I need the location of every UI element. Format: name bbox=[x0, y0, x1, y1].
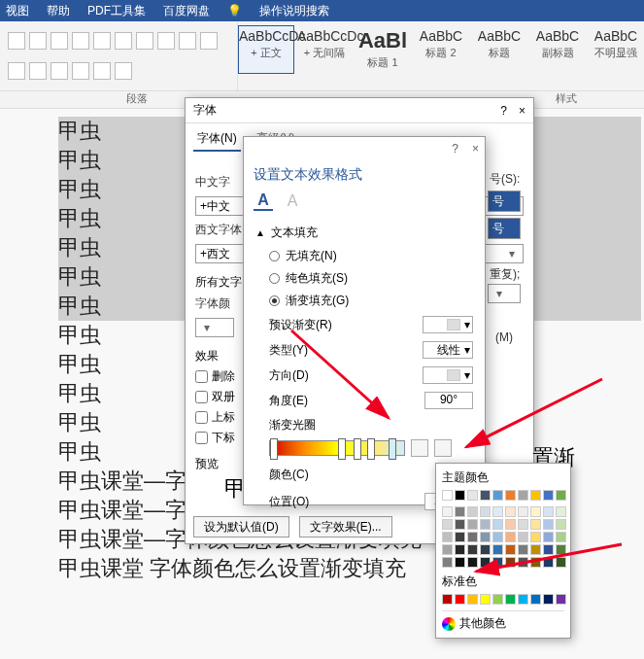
style-item[interactable]: AaBl标题 1 bbox=[355, 25, 411, 74]
color-swatch[interactable] bbox=[492, 532, 503, 542]
color-swatch[interactable] bbox=[518, 519, 528, 530]
close-icon[interactable]: × bbox=[472, 142, 479, 156]
color-swatch[interactable] bbox=[455, 544, 465, 555]
ribbon-icon[interactable] bbox=[51, 32, 68, 50]
more-colors-row[interactable]: 其他颜色 bbox=[442, 610, 564, 632]
ribbon-icon[interactable] bbox=[115, 32, 132, 50]
color-swatch[interactable] bbox=[492, 506, 503, 517]
color-swatch[interactable] bbox=[556, 532, 566, 542]
help-icon[interactable]: ? bbox=[500, 104, 507, 118]
preset-combo[interactable]: ▾ bbox=[423, 316, 473, 333]
remove-stop-button[interactable] bbox=[434, 439, 452, 457]
ribbon-icon[interactable] bbox=[93, 62, 111, 80]
color-swatch[interactable] bbox=[543, 557, 554, 568]
direction-combo[interactable]: ▾ bbox=[423, 366, 473, 384]
color-swatch[interactable] bbox=[556, 557, 566, 568]
color-swatch[interactable] bbox=[442, 544, 453, 555]
add-stop-button[interactable] bbox=[411, 439, 428, 457]
style-item[interactable]: AaBbC副标题 bbox=[529, 25, 586, 74]
ribbon-icon[interactable] bbox=[115, 62, 132, 80]
color-swatch[interactable] bbox=[480, 557, 491, 568]
ribbon-icon[interactable] bbox=[72, 32, 89, 50]
color-swatch[interactable] bbox=[467, 490, 478, 501]
color-swatch[interactable] bbox=[492, 594, 503, 605]
color-swatch[interactable] bbox=[543, 519, 554, 530]
menu-pdftools[interactable]: PDF工具集 bbox=[87, 3, 146, 19]
color-swatch[interactable] bbox=[492, 490, 503, 501]
color-swatch[interactable] bbox=[455, 532, 465, 542]
color-swatch[interactable] bbox=[530, 490, 541, 501]
color-swatch[interactable] bbox=[492, 544, 503, 555]
color-swatch[interactable] bbox=[505, 519, 516, 530]
ribbon-icon[interactable] bbox=[29, 62, 47, 80]
color-swatch[interactable] bbox=[480, 490, 491, 501]
cb-strike[interactable] bbox=[195, 370, 208, 383]
style-item[interactable]: AaBbC标题 2 bbox=[413, 25, 469, 74]
color-swatch[interactable] bbox=[442, 506, 453, 517]
text-effect-button[interactable]: 文字效果(E)... bbox=[299, 516, 392, 538]
repeat-combo[interactable]: ▾ bbox=[488, 284, 521, 303]
tab-font[interactable]: 字体(N) bbox=[193, 127, 241, 152]
font-color-combo[interactable]: ▾ bbox=[195, 318, 234, 337]
style-item[interactable]: AaBbCcDc+ 无间隔 bbox=[296, 25, 353, 74]
color-swatch[interactable] bbox=[480, 594, 491, 605]
color-swatch[interactable] bbox=[505, 532, 516, 542]
ribbon-icon[interactable] bbox=[8, 62, 25, 80]
ribbon-icon[interactable] bbox=[51, 62, 68, 80]
cb-super[interactable] bbox=[195, 411, 208, 424]
gradient-bar[interactable] bbox=[269, 440, 405, 456]
color-swatch[interactable] bbox=[480, 519, 491, 530]
size-combo[interactable]: 号 bbox=[488, 191, 521, 212]
color-swatch[interactable] bbox=[442, 532, 453, 542]
ribbon-icon[interactable] bbox=[179, 32, 196, 50]
color-swatch[interactable] bbox=[556, 519, 566, 530]
color-swatch[interactable] bbox=[467, 594, 478, 605]
color-swatch[interactable] bbox=[492, 519, 503, 530]
color-swatch[interactable] bbox=[455, 490, 465, 501]
color-swatch[interactable] bbox=[505, 490, 516, 501]
cb-sub[interactable] bbox=[195, 432, 208, 444]
color-swatch[interactable] bbox=[505, 557, 516, 568]
color-swatch[interactable] bbox=[518, 557, 528, 568]
color-swatch[interactable] bbox=[442, 490, 453, 501]
color-swatch[interactable] bbox=[480, 532, 491, 542]
menu-baidunetdisk[interactable]: 百度网盘 bbox=[163, 3, 210, 19]
cb-dblstrike[interactable] bbox=[195, 391, 208, 403]
color-swatch[interactable] bbox=[455, 594, 465, 605]
ribbon-icon[interactable] bbox=[136, 32, 153, 50]
color-swatch[interactable] bbox=[556, 594, 566, 605]
tell-me-search[interactable]: 操作说明搜索 bbox=[259, 3, 329, 19]
style-item[interactable]: AaBbCcDc+ 正文 bbox=[238, 25, 294, 74]
color-swatch[interactable] bbox=[530, 544, 541, 555]
ribbon-icon[interactable] bbox=[29, 32, 47, 50]
color-swatch[interactable] bbox=[518, 594, 528, 605]
set-default-button[interactable]: 设为默认值(D) bbox=[193, 516, 289, 538]
size-combo2[interactable]: 号 bbox=[488, 218, 521, 239]
ribbon-icon[interactable] bbox=[72, 62, 89, 80]
color-swatch[interactable] bbox=[505, 506, 516, 517]
color-swatch[interactable] bbox=[530, 532, 541, 542]
fill-none-radio[interactable]: 无填充(N) bbox=[255, 245, 473, 267]
text-fill-outline-icon[interactable]: A bbox=[254, 191, 273, 211]
fill-solid-radio[interactable]: 纯色填充(S) bbox=[255, 267, 473, 290]
type-combo[interactable]: 线性▾ bbox=[423, 341, 473, 359]
style-item[interactable]: AaBbC标题 bbox=[471, 25, 527, 74]
color-swatch[interactable] bbox=[543, 506, 554, 517]
color-swatch[interactable] bbox=[492, 557, 503, 568]
help-icon[interactable]: ? bbox=[452, 142, 458, 156]
color-swatch[interactable] bbox=[543, 532, 554, 542]
color-swatch[interactable] bbox=[505, 544, 516, 555]
color-swatch[interactable] bbox=[505, 594, 516, 605]
color-swatch[interactable] bbox=[480, 506, 491, 517]
close-icon[interactable]: × bbox=[519, 104, 525, 118]
color-swatch[interactable] bbox=[530, 557, 541, 568]
text-fill-section[interactable]: ▲ 文本填充 bbox=[255, 221, 473, 245]
color-swatch[interactable] bbox=[467, 544, 478, 555]
color-swatch[interactable] bbox=[455, 506, 465, 517]
color-swatch[interactable] bbox=[518, 490, 528, 501]
ribbon-icon[interactable] bbox=[8, 32, 25, 50]
color-swatch[interactable] bbox=[442, 519, 453, 530]
menu-view[interactable]: 视图 bbox=[6, 3, 29, 19]
color-swatch[interactable] bbox=[543, 594, 554, 605]
angle-input[interactable]: 90° bbox=[424, 392, 473, 409]
